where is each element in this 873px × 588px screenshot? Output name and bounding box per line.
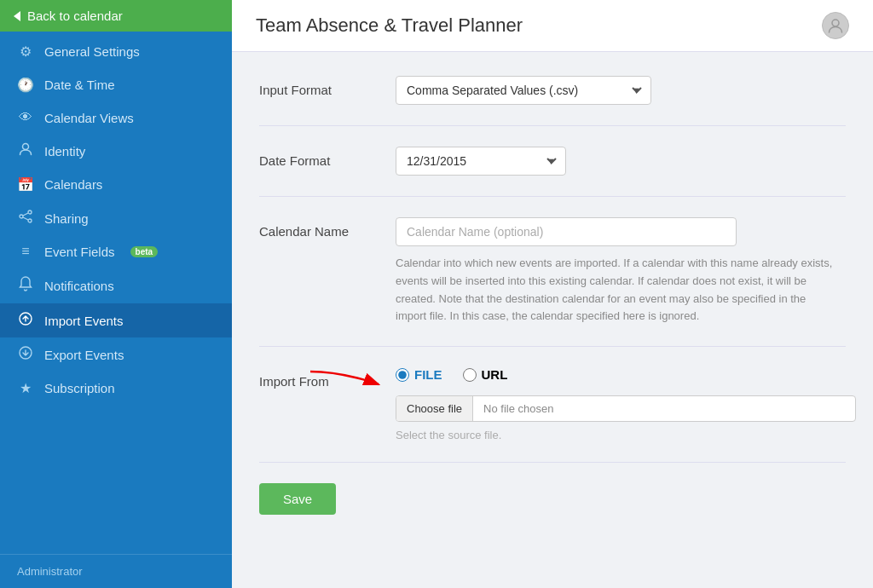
date-format-row: Date Format 12/31/2015 31/12/2015 2015/1… xyxy=(259,147,846,197)
sidebar-item-label: Export Events xyxy=(44,348,124,362)
sidebar-item-label: Subscription xyxy=(44,381,115,395)
calendar-name-control: Calendar into which new events are impor… xyxy=(396,217,846,326)
content-area: Team Absence & Travel Planner Input Form… xyxy=(232,0,873,588)
clock-icon: 🕐 xyxy=(17,77,34,93)
radio-file-input[interactable] xyxy=(396,368,409,382)
content-header: Team Absence & Travel Planner xyxy=(232,0,873,52)
input-format-select-wrap: Comma Separated Values (.csv) iCalendar … xyxy=(396,76,651,105)
radio-file-label: FILE xyxy=(414,367,442,382)
sidebar-item-notifications[interactable]: Notifications xyxy=(0,268,232,303)
radio-url-label: URL xyxy=(482,367,508,382)
download-icon xyxy=(17,346,34,363)
import-from-radio-group: FILE URL xyxy=(396,367,856,382)
sidebar: Back to calendar ⚙ General Settings 🕐 Da… xyxy=(0,0,232,588)
sidebar-item-general-settings[interactable]: ⚙ General Settings xyxy=(0,35,232,68)
radio-url-input[interactable] xyxy=(463,368,477,382)
input-format-select[interactable]: Comma Separated Values (.csv) iCalendar … xyxy=(396,76,651,105)
sidebar-item-label: Event Fields xyxy=(44,245,115,259)
svg-line-4 xyxy=(23,213,28,216)
bell-icon xyxy=(17,276,34,295)
sidebar-item-label: Calendars xyxy=(44,177,102,192)
date-format-label: Date Format xyxy=(259,147,396,168)
admin-label: Administrator xyxy=(17,565,83,578)
list-icon: ≡ xyxy=(17,244,34,259)
file-input-wrap: Choose file No file chosen xyxy=(396,395,856,422)
sidebar-item-label: Identity xyxy=(44,144,85,159)
page-title: Team Absence & Travel Planner xyxy=(256,14,523,37)
calendar-name-label: Calendar Name xyxy=(259,217,396,239)
svg-point-8 xyxy=(832,20,839,26)
share-icon xyxy=(17,210,34,227)
sidebar-item-label: Calendar Views xyxy=(44,111,134,125)
sidebar-item-date-time[interactable]: 🕐 Date & Time xyxy=(0,68,232,101)
upload-icon xyxy=(17,312,34,329)
calendar-icon: 📅 xyxy=(17,176,34,193)
svg-line-5 xyxy=(23,217,28,220)
input-format-label: Input Format xyxy=(259,76,396,97)
import-from-control: FILE URL Choose file No file chosen Sele… xyxy=(396,367,856,441)
svg-point-1 xyxy=(28,210,32,214)
input-format-control: Comma Separated Values (.csv) iCalendar … xyxy=(396,76,846,105)
sidebar-item-event-fields[interactable]: ≡ Event Fields beta xyxy=(0,235,232,268)
svg-point-2 xyxy=(20,215,23,218)
sidebar-item-import-events[interactable]: Import Events xyxy=(0,303,232,337)
sidebar-item-label: Date & Time xyxy=(44,78,115,92)
sidebar-item-label: Import Events xyxy=(44,314,124,328)
calendar-name-help: Calendar into which new events are impor… xyxy=(396,255,839,326)
svg-point-3 xyxy=(28,219,32,222)
radio-url-option[interactable]: URL xyxy=(463,367,508,382)
eye-icon: 👁 xyxy=(17,110,34,125)
import-from-label: Import From xyxy=(259,367,396,389)
import-from-row: Import From xyxy=(259,367,846,463)
sidebar-item-identity[interactable]: Identity xyxy=(0,134,232,168)
save-button[interactable]: Save xyxy=(259,483,336,515)
date-format-control: 12/31/2015 31/12/2015 2015/12/31 xyxy=(396,147,846,176)
sidebar-item-calendar-views[interactable]: 👁 Calendar Views xyxy=(0,101,232,134)
calendar-name-input[interactable] xyxy=(396,217,737,246)
no-file-text: No file chosen xyxy=(473,396,564,421)
form-body: Input Format Comma Separated Values (.cs… xyxy=(232,52,873,539)
sidebar-item-export-events[interactable]: Export Events xyxy=(0,337,232,372)
calendar-name-row: Calendar Name Calendar into which new ev… xyxy=(259,217,846,347)
save-row: Save xyxy=(259,483,846,515)
sidebar-item-calendars[interactable]: 📅 Calendars xyxy=(0,168,232,201)
sidebar-item-label: Sharing xyxy=(44,211,89,226)
user-avatar[interactable] xyxy=(822,12,849,39)
date-format-select[interactable]: 12/31/2015 31/12/2015 2015/12/31 xyxy=(396,147,566,176)
back-button-label: Back to calendar xyxy=(27,9,123,23)
svg-point-0 xyxy=(23,144,29,150)
sidebar-item-subscription[interactable]: ★ Subscription xyxy=(0,372,232,405)
sidebar-item-sharing[interactable]: Sharing xyxy=(0,201,232,235)
arrow-container: FILE URL xyxy=(396,367,856,382)
person-icon xyxy=(17,142,34,159)
input-format-row: Input Format Comma Separated Values (.cs… xyxy=(259,76,846,126)
choose-file-button[interactable]: Choose file xyxy=(396,396,473,421)
star-icon: ★ xyxy=(17,380,34,396)
date-format-select-wrap: 12/31/2015 31/12/2015 2015/12/31 xyxy=(396,147,566,176)
sidebar-nav: ⚙ General Settings 🕐 Date & Time 👁 Calen… xyxy=(0,32,232,554)
sidebar-footer: Administrator xyxy=(0,554,232,588)
sidebar-item-label: General Settings xyxy=(44,44,140,59)
chevron-left-icon xyxy=(14,11,20,21)
radio-file-option[interactable]: FILE xyxy=(396,367,442,382)
gear-icon: ⚙ xyxy=(17,43,34,60)
back-to-calendar-button[interactable]: Back to calendar xyxy=(0,0,232,32)
sidebar-item-label: Notifications xyxy=(44,279,114,293)
beta-badge: beta xyxy=(130,246,159,257)
select-source-text: Select the source file. xyxy=(396,429,856,441)
